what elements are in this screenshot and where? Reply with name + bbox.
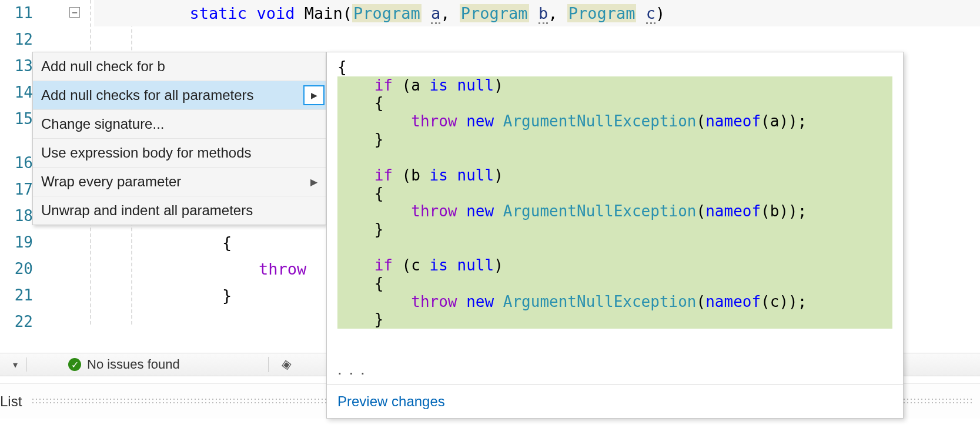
preview-line [337,239,892,257]
menu-item-expression-body[interactable]: Use expression body for methods [33,139,326,168]
panel-tab-label[interactable]: List [0,393,25,410]
line-number: 11 [0,0,41,26]
menu-item-change-signature[interactable]: Change signature... [33,110,326,139]
line-number: 21 [0,282,41,309]
menu-item-label: Unwrap and indent all parameters [41,202,253,219]
menu-item-unwrap-indent[interactable]: Unwrap and indent all parameters [33,196,326,225]
preview-changes-link[interactable]: Preview changes [337,393,445,409]
separator [268,357,269,372]
code-line [94,26,980,53]
preview-line: if (c is null) [337,256,892,275]
preview-line: throw new ArgumentNullException(nameof(a… [337,112,892,131]
preview-code: { if (a is null) { throw new ArgumentNul… [327,52,903,360]
preview-line: { [337,275,892,293]
code-line: static void Main(Program a, Program b, P… [94,0,980,26]
menu-item-label: Change signature... [41,116,164,132]
preview-line: } [337,220,892,239]
status-dropdown[interactable]: ▾ [4,357,27,372]
submenu-flyout-button[interactable]: ▶ [303,85,325,105]
menu-item-add-null-check-b[interactable]: Add null check for b [33,52,326,81]
cleanup-icon[interactable]: ◈ [280,356,293,373]
editor-area: 11 12 13 14 15 16 17 18 19 20 21 22 − st… [0,0,980,448]
chevron-right-icon: ▶ [310,176,317,188]
line-number: 19 [0,229,41,256]
preview-line: throw new ArgumentNullException(nameof(b… [337,202,892,220]
menu-item-label: Add null checks for all parameters [41,87,254,103]
collapse-toggle[interactable]: − [69,7,80,18]
preview-line: { [337,58,892,76]
preview-ellipsis: . . . [327,360,903,385]
preview-line: } [337,131,892,149]
caret-down-icon: ▾ [13,359,18,370]
status-text: No issues found [87,357,180,372]
preview-line: } [337,310,892,329]
menu-item-add-null-checks-all[interactable]: Add null checks for all parameters ▶ [33,81,326,110]
line-number: 20 [0,256,41,282]
preview-line: { [337,94,892,112]
line-number: 22 [0,309,41,335]
quick-actions-menu: Add null check for b Add null checks for… [32,52,326,225]
preview-panel: { if (a is null) { throw new ArgumentNul… [326,52,904,419]
menu-item-label: Wrap every parameter [41,173,181,190]
menu-item-wrap-every-parameter[interactable]: Wrap every parameter ▶ [33,168,326,196]
menu-item-label: Use expression body for methods [41,145,252,161]
preview-line: { [337,185,892,203]
preview-footer: Preview changes [327,385,903,418]
line-number: 12 [0,26,41,53]
preview-line: throw new ArgumentNullException(nameof(c… [337,293,892,311]
preview-line: if (b is null) [337,166,892,185]
menu-item-label: Add null check for b [41,58,165,75]
preview-line [337,148,892,166]
preview-line: if (a is null) [337,76,892,95]
check-circle-icon: ✓ [68,358,81,371]
